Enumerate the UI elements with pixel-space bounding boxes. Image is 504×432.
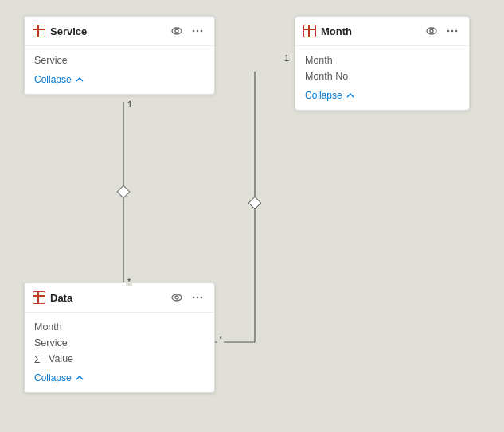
month-more-button[interactable]	[443, 23, 461, 39]
service-card-header: Service	[25, 17, 214, 46]
month-card-body: Month Month No Collapse	[295, 46, 469, 110]
data-card-actions	[168, 290, 206, 306]
svg-point-16	[197, 297, 199, 299]
data-collapse-button[interactable]: Collapse	[34, 370, 84, 386]
label-one-month: 1	[283, 53, 291, 63]
month-table-icon	[303, 25, 316, 37]
month-field-month: Month	[305, 53, 459, 68]
service-card: Service Service Collapse	[24, 16, 215, 95]
month-card-actions	[423, 23, 461, 39]
svg-point-17	[201, 297, 203, 299]
data-field-value: Σ Value	[34, 351, 205, 367]
svg-point-13	[172, 294, 182, 301]
svg-point-5	[193, 30, 195, 33]
svg-point-10	[447, 30, 450, 33]
data-field-month: Month	[34, 319, 205, 335]
service-card-body: Service Collapse	[25, 46, 214, 94]
service-card-actions	[168, 23, 206, 39]
data-card-header: Data	[25, 283, 214, 313]
svg-point-4	[175, 29, 178, 33]
service-more-button[interactable]	[189, 23, 206, 39]
month-collapse-button[interactable]: Collapse	[305, 88, 355, 103]
diamond-service-data	[117, 185, 131, 199]
svg-point-9	[430, 29, 433, 33]
sum-icon: Σ	[34, 354, 45, 364]
month-card: Month Month Month No C	[295, 16, 470, 111]
svg-text:Σ: Σ	[34, 354, 40, 364]
svg-point-3	[172, 28, 182, 34]
svg-point-14	[175, 296, 178, 299]
month-card-title: Month	[321, 25, 418, 37]
svg-point-11	[451, 30, 454, 33]
label-one-service: 1	[126, 99, 134, 109]
svg-point-8	[427, 28, 436, 34]
data-visibility-button[interactable]	[168, 290, 186, 306]
service-card-title: Service	[50, 25, 163, 37]
month-field-month-no: Month No	[305, 68, 459, 84]
data-field-service: Service	[34, 335, 205, 351]
data-more-button[interactable]	[189, 290, 206, 306]
svg-point-6	[197, 30, 199, 33]
data-card-body: Month Service Σ Value Collapse	[25, 313, 214, 392]
service-table-icon	[33, 25, 45, 37]
month-card-header: Month	[295, 17, 469, 46]
svg-point-7	[201, 30, 203, 33]
label-star-month: *	[217, 334, 224, 344]
label-star-data: *	[126, 277, 132, 286]
data-card-title: Data	[50, 292, 163, 304]
svg-point-12	[455, 30, 458, 33]
data-card: Data Month Service	[24, 282, 215, 393]
data-table-icon	[33, 291, 45, 304]
service-field-service: Service	[34, 53, 205, 68]
svg-point-15	[193, 297, 195, 299]
service-visibility-button[interactable]	[168, 23, 186, 39]
diamond-month-data	[248, 197, 262, 210]
service-collapse-button[interactable]: Collapse	[34, 72, 84, 88]
month-visibility-button[interactable]	[423, 23, 440, 39]
